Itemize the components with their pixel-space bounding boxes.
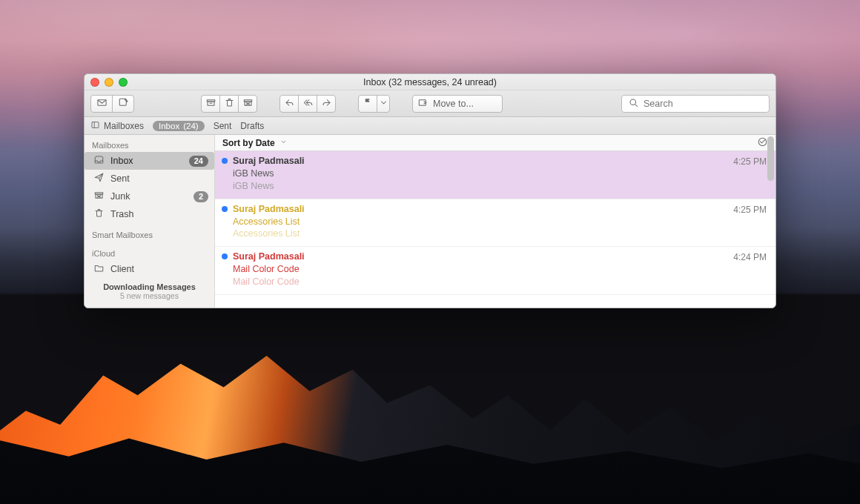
reply-all-icon — [302, 97, 314, 110]
message-preview: iGB News — [233, 180, 767, 193]
window-body: Mailboxes Inbox 24 Sent — [85, 135, 775, 308]
unread-dot-icon — [222, 158, 228, 164]
message-from: Suraj Padmasali — [233, 155, 767, 168]
window-title: Inbox (32 messages, 24 unread) — [363, 77, 497, 87]
sidebar-item-label: Trash — [110, 209, 208, 219]
message-list: Sort by Date 4:25 PMSuraj PadmasaliiGB N… — [215, 135, 775, 308]
sidebar-header-icloud: iCloud — [85, 246, 214, 260]
sidebar-junk-badge: 2 — [194, 191, 208, 202]
close-window-button[interactable] — [90, 78, 99, 87]
compose-button[interactable] — [112, 95, 134, 113]
reply-all-button[interactable] — [298, 95, 317, 113]
sidebar-item-client[interactable]: Client — [85, 260, 214, 278]
message-from: Suraj Padmasali — [233, 203, 767, 216]
search-field[interactable] — [621, 95, 770, 113]
sidebar-header-smart: Smart Mailboxes — [85, 228, 214, 242]
favorites-drafts-label: Drafts — [240, 121, 264, 131]
favorites-sent-label: Sent — [214, 121, 232, 131]
favorites-drafts[interactable]: Drafts — [240, 121, 264, 131]
message-subject: Accessories List — [233, 216, 767, 228]
message-row[interactable]: 4:24 PMSuraj PadmasaliMail Color CodeMai… — [215, 247, 775, 295]
mail-actions-group — [90, 95, 134, 113]
sidebar-toggle-icon — [90, 120, 100, 132]
toolbar: Move to... — [85, 90, 775, 117]
mail-window: Inbox (32 messages, 24 unread) — [84, 73, 776, 308]
flag-icon — [363, 97, 374, 110]
scrollbar-track[interactable] — [767, 136, 774, 306]
window-controls — [90, 78, 128, 87]
junk-icon — [242, 97, 254, 110]
downloading-status: Downloading Messages — [85, 282, 214, 291]
junk-box-icon — [93, 190, 105, 203]
flag-menu-button[interactable] — [377, 95, 390, 113]
sidebar-item-inbox[interactable]: Inbox 24 — [85, 152, 214, 170]
message-preview: Mail Color Code — [233, 276, 767, 288]
svg-line-16 — [635, 104, 638, 106]
search-icon — [628, 97, 639, 110]
favorites-inbox[interactable]: Inbox (24) — [153, 121, 205, 131]
reply-group — [280, 95, 336, 113]
envelope-icon — [96, 97, 108, 110]
archive-delete-group — [201, 95, 257, 113]
sidebar-item-label: Client — [110, 264, 208, 274]
sidebar-header-mailboxes: Mailboxes — [85, 138, 214, 152]
search-input[interactable] — [644, 99, 763, 109]
folder-icon — [93, 262, 105, 276]
unread-dot-icon — [222, 253, 228, 259]
sidebar-item-label: Junk — [110, 191, 188, 202]
favorites-mailboxes[interactable]: Mailboxes — [90, 120, 144, 132]
svg-rect-17 — [92, 122, 99, 127]
sidebar-item-sent[interactable]: Sent — [85, 170, 214, 188]
favorites-mailboxes-label: Mailboxes — [104, 121, 144, 131]
sidebar: Mailboxes Inbox 24 Sent — [85, 135, 215, 308]
scrollbar-thumb[interactable] — [767, 136, 774, 181]
favorites-inbox-count: (24) — [183, 122, 198, 130]
desktop-background: Inbox (32 messages, 24 unread) — [0, 0, 860, 504]
downloading-status-sub: 5 new messages — [85, 291, 214, 300]
chevron-down-icon — [280, 138, 288, 148]
vip-filter-icon[interactable] — [757, 136, 768, 150]
move-to-icon — [417, 97, 429, 110]
svg-point-15 — [630, 99, 636, 105]
trash-icon — [93, 208, 105, 221]
favorites-sent[interactable]: Sent — [214, 121, 232, 131]
svg-rect-14 — [419, 99, 426, 105]
move-to-dropdown[interactable]: Move to... — [412, 95, 503, 113]
archive-icon — [205, 97, 216, 110]
titlebar: Inbox (32 messages, 24 unread) — [85, 74, 775, 90]
message-subject: iGB News — [233, 168, 767, 180]
forward-button[interactable] — [317, 95, 336, 113]
reply-button[interactable] — [280, 95, 299, 113]
sort-label: Sort by Date — [222, 138, 275, 148]
move-to-label: Move to... — [433, 99, 474, 109]
message-row[interactable]: 4:25 PMSuraj PadmasaliiGB NewsiGB News — [215, 151, 775, 199]
message-time: 4:25 PM — [733, 204, 767, 216]
sidebar-item-junk[interactable]: Junk 2 — [85, 188, 214, 205]
sort-bar[interactable]: Sort by Date — [215, 135, 775, 151]
minimize-window-button[interactable] — [105, 78, 113, 87]
sidebar-inbox-badge: 24 — [189, 156, 208, 167]
unread-dot-icon — [222, 206, 228, 212]
forward-icon — [321, 97, 332, 110]
favorites-bar: Mailboxes Inbox (24) Sent Drafts — [85, 117, 775, 135]
inbox-icon — [93, 154, 105, 168]
reply-icon — [284, 97, 295, 110]
sidebar-item-label: Inbox — [110, 156, 183, 166]
message-row[interactable]: 4:25 PMSuraj PadmasaliAccessories ListAc… — [215, 199, 775, 248]
flag-group — [358, 95, 390, 113]
trash-icon — [224, 97, 235, 110]
message-subject: Mail Color Code — [233, 263, 767, 276]
paper-plane-icon — [93, 172, 105, 185]
message-preview: Accessories List — [233, 228, 767, 240]
sidebar-item-trash[interactable]: Trash — [85, 205, 214, 223]
get-mail-button[interactable] — [90, 95, 113, 113]
sidebar-item-label: Sent — [110, 173, 208, 184]
zoom-window-button[interactable] — [119, 78, 128, 87]
message-time: 4:25 PM — [733, 156, 767, 168]
junk-button[interactable] — [238, 95, 257, 113]
delete-button[interactable] — [219, 95, 239, 113]
archive-button[interactable] — [201, 95, 220, 113]
message-time: 4:24 PM — [733, 251, 767, 263]
flag-button[interactable] — [358, 95, 377, 113]
chevron-down-icon — [378, 97, 389, 110]
